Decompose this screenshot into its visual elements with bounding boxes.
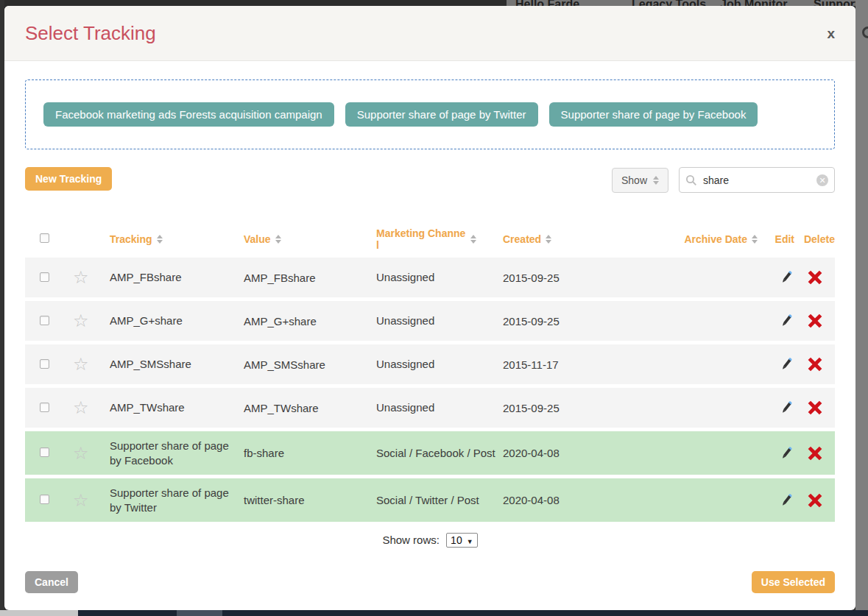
delete-x-icon[interactable] [806,445,824,462]
page-behind-top-strip: Hello Farde ⌄ Legacy Tools Job Monitor S… [0,0,868,6]
cell-created: 2020-04-08 [503,494,634,506]
cell-channel: Unassigned [376,270,495,285]
star-icon[interactable]: ☆ [73,354,89,374]
cancel-button[interactable]: Cancel [25,571,78,593]
nav-job-monitor[interactable]: Job Monitor [720,0,788,6]
modal-title: Select Tracking [25,22,156,45]
edit-pencil-icon[interactable] [778,356,794,372]
cell-tracking: AMP_TWshare [110,400,229,415]
selected-trackings-panel: Facebook marketing ads Forests acquisiti… [25,79,835,149]
show-rows-label: Show rows: [382,534,440,546]
column-header-edit: Edit [758,233,794,245]
select-tracking-modal: Select Tracking x Facebook marketing ads… [4,6,855,610]
delete-x-icon[interactable] [806,492,824,509]
show-filter-dropdown[interactable]: Show [612,168,668,193]
column-header-marketing-channel[interactable]: Marketing Channel [376,227,503,251]
page-behind-right-strip [855,0,868,616]
cell-channel: Unassigned [376,400,495,415]
edit-pencil-icon[interactable] [778,313,794,329]
selected-tracking-chip[interactable]: Supporter share of page by Facebook [549,102,758,127]
updown-arrows-icon [653,176,659,185]
star-icon[interactable]: ☆ [73,490,89,510]
row-checkbox[interactable] [40,316,49,325]
cell-channel: Social / Facebook / Post [376,446,495,461]
column-header-value[interactable]: Value [244,233,376,245]
table-row: ☆ AMP_TWshare AMP_TWshare Unassigned 201… [25,388,835,428]
table-row: ☆ Supporter share of page by Twitter twi… [25,478,835,522]
select-all-checkbox[interactable] [40,233,49,243]
sort-icon[interactable] [470,235,476,244]
pagination-bar: Show rows: 10▼ [25,533,835,548]
cell-created: 2015-09-25 [503,402,634,414]
table-row: ☆ AMP_SMSshare AMP_SMSshare Unassigned 2… [25,344,835,384]
column-header-created[interactable]: Created [503,233,634,245]
cell-tracking: Supporter share of page by Twitter [110,486,229,514]
search-box: ✕ [679,167,835,193]
footer-segment [177,610,222,616]
sort-icon[interactable] [157,235,163,244]
edit-pencil-icon[interactable] [778,269,794,286]
page-behind-bottom-strip [0,610,868,616]
row-checkbox[interactable] [40,447,49,457]
delete-x-icon[interactable] [806,355,824,373]
star-icon[interactable]: ☆ [73,397,89,417]
delete-x-icon[interactable] [806,399,824,417]
cell-value: twitter-share [244,494,376,506]
edit-pencil-icon[interactable] [778,492,794,509]
use-selected-button[interactable]: Use Selected [752,571,835,593]
modal-header: Select Tracking x [4,6,855,61]
row-checkbox[interactable] [40,403,49,412]
cell-value: AMP_TWshare [244,402,376,414]
cell-created: 2020-04-08 [503,447,634,459]
new-tracking-button[interactable]: New Tracking [25,167,112,191]
cell-created: 2015-09-25 [503,272,634,284]
table-row: ☆ AMP_FBshare AMP_FBshare Unassigned 201… [25,258,835,297]
cell-created: 2015-09-25 [503,315,634,328]
search-input[interactable] [703,174,811,186]
scrollbar-thumb[interactable] [0,610,78,616]
delete-x-icon[interactable] [806,269,824,286]
sort-icon[interactable] [275,235,281,244]
clear-search-icon[interactable]: ✕ [816,174,828,186]
cell-channel: Unassigned [376,314,495,328]
row-checkbox[interactable] [40,495,49,504]
cell-channel: Unassigned [376,357,495,372]
cell-tracking: AMP_SMSshare [110,357,229,372]
cell-tracking: AMP_FBshare [110,270,229,285]
star-icon[interactable]: ☆ [73,267,89,287]
column-header-tracking[interactable]: Tracking [110,233,244,245]
sort-icon[interactable] [752,235,758,244]
column-header-archive-date[interactable]: Archive Date [634,233,758,245]
row-checkbox[interactable] [40,359,49,369]
cell-channel: Social / Twitter / Post [376,493,495,508]
row-checkbox[interactable] [40,272,49,282]
chevron-down-icon: ⌄ [589,0,599,6]
cell-tracking: Supporter share of page by Facebook [110,439,229,467]
page-behind-navbar: Hello Farde ⌄ Legacy Tools Job Monitor S… [507,0,855,6]
close-icon[interactable]: x [827,26,835,40]
cell-tracking: AMP_G+share [110,314,229,328]
partial-circle-icon [862,26,868,38]
nav-user-menu[interactable]: Hello Farde [515,0,579,6]
edit-pencil-icon[interactable] [778,400,794,416]
show-filter-label: Show [621,174,647,186]
tracking-table: Tracking Value Marketing Channel Created… [25,221,835,522]
nav-legacy-tools[interactable]: Legacy Tools [632,0,706,6]
table-header-row: Tracking Value Marketing Channel Created… [25,221,835,258]
cell-value: AMP_SMSshare [244,358,376,371]
selected-tracking-chip[interactable]: Facebook marketing ads Forests acquisiti… [43,102,334,127]
delete-x-icon[interactable] [806,312,824,330]
cell-value: AMP_G+share [244,315,376,328]
cell-value: AMP_FBshare [244,272,376,284]
cell-value: fb-share [244,447,376,459]
star-icon[interactable]: ☆ [73,311,89,330]
table-row: ☆ AMP_G+share AMP_G+share Unassigned 201… [25,301,835,341]
star-icon[interactable]: ☆ [73,443,89,463]
column-header-delete: Delete [794,233,835,245]
edit-pencil-icon[interactable] [778,445,794,461]
table-row: ☆ Supporter share of page by Facebook fb… [25,431,835,475]
show-rows-select[interactable]: 10▼ [446,533,478,548]
selected-tracking-chip[interactable]: Supporter share of page by Twitter [345,102,538,127]
sort-icon[interactable] [546,235,551,244]
nav-support[interactable]: Support [814,0,858,6]
